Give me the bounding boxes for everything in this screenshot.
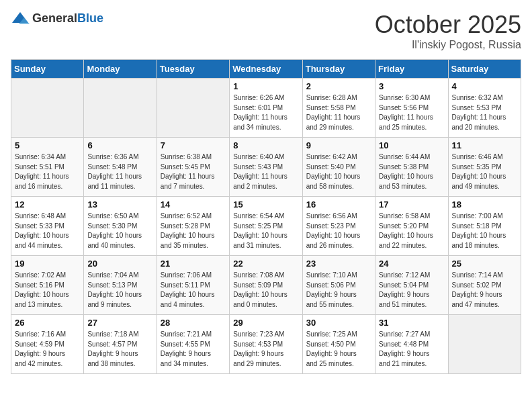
page-header: GeneralBlue October 2025 Il'inskiy Pogos… (11, 11, 521, 51)
day-info: Sunrise: 7:06 AM Sunset: 5:11 PM Dayligh… (161, 271, 226, 310)
calendar-cell: 31Sunrise: 7:27 AM Sunset: 4:48 PM Dayli… (375, 315, 448, 374)
calendar-cell: 13Sunrise: 6:50 AM Sunset: 5:30 PM Dayli… (84, 197, 157, 256)
day-number: 6 (87, 140, 152, 150)
weekday-header: Wednesday (230, 60, 302, 79)
calendar-header-row: SundayMondayTuesdayWednesdayThursdayFrid… (11, 60, 521, 79)
day-number: 11 (452, 140, 517, 150)
logo-icon (11, 11, 30, 26)
calendar-cell: 29Sunrise: 7:23 AM Sunset: 4:53 PM Dayli… (230, 315, 302, 374)
calendar-cell: 2Sunrise: 6:28 AM Sunset: 5:58 PM Daylig… (302, 79, 375, 138)
weekday-header: Tuesday (157, 60, 229, 79)
day-number: 22 (233, 259, 298, 269)
day-number: 13 (87, 199, 152, 210)
day-info: Sunrise: 6:38 AM Sunset: 5:45 PM Dayligh… (161, 152, 226, 191)
calendar-cell: 7Sunrise: 6:38 AM Sunset: 5:45 PM Daylig… (157, 138, 229, 197)
calendar-cell: 15Sunrise: 6:54 AM Sunset: 5:25 PM Dayli… (230, 197, 302, 256)
calendar-cell: 11Sunrise: 6:46 AM Sunset: 5:35 PM Dayli… (448, 138, 521, 197)
day-number: 12 (15, 199, 80, 210)
day-number: 23 (306, 259, 371, 269)
weekday-header: Saturday (448, 60, 521, 79)
day-info: Sunrise: 6:56 AM Sunset: 5:23 PM Dayligh… (306, 212, 371, 250)
day-info: Sunrise: 7:14 AM Sunset: 5:02 PM Dayligh… (452, 271, 517, 310)
day-info: Sunrise: 7:25 AM Sunset: 4:50 PM Dayligh… (306, 330, 371, 369)
day-info: Sunrise: 6:26 AM Sunset: 6:01 PM Dayligh… (233, 93, 298, 132)
calendar-cell: 28Sunrise: 7:21 AM Sunset: 4:55 PM Dayli… (157, 315, 229, 374)
day-info: Sunrise: 6:32 AM Sunset: 5:53 PM Dayligh… (452, 93, 517, 132)
day-info: Sunrise: 6:46 AM Sunset: 5:35 PM Dayligh… (452, 152, 517, 191)
calendar-cell: 12Sunrise: 6:48 AM Sunset: 5:33 PM Dayli… (11, 197, 84, 256)
day-info: Sunrise: 6:54 AM Sunset: 5:25 PM Dayligh… (233, 212, 298, 250)
day-number: 16 (306, 199, 371, 210)
calendar-cell: 22Sunrise: 7:08 AM Sunset: 5:09 PM Dayli… (230, 256, 302, 315)
day-number: 17 (379, 199, 444, 210)
calendar-table: SundayMondayTuesdayWednesdayThursdayFrid… (11, 59, 521, 374)
day-info: Sunrise: 6:52 AM Sunset: 5:28 PM Dayligh… (161, 212, 226, 250)
day-info: Sunrise: 7:02 AM Sunset: 5:16 PM Dayligh… (15, 271, 80, 310)
day-info: Sunrise: 6:40 AM Sunset: 5:43 PM Dayligh… (233, 152, 298, 191)
calendar-cell: 16Sunrise: 6:56 AM Sunset: 5:23 PM Dayli… (302, 197, 375, 256)
calendar-cell: 4Sunrise: 6:32 AM Sunset: 5:53 PM Daylig… (448, 79, 521, 138)
day-number: 20 (87, 259, 152, 269)
day-number: 21 (161, 259, 226, 269)
day-info: Sunrise: 7:21 AM Sunset: 4:55 PM Dayligh… (161, 330, 226, 369)
day-info: Sunrise: 7:10 AM Sunset: 5:06 PM Dayligh… (306, 271, 371, 310)
day-number: 28 (161, 318, 226, 328)
day-info: Sunrise: 6:58 AM Sunset: 5:20 PM Dayligh… (379, 212, 444, 250)
calendar-cell: 23Sunrise: 7:10 AM Sunset: 5:06 PM Dayli… (302, 256, 375, 315)
day-info: Sunrise: 6:50 AM Sunset: 5:30 PM Dayligh… (87, 212, 152, 250)
day-number: 14 (161, 199, 226, 210)
calendar-cell: 1Sunrise: 6:26 AM Sunset: 6:01 PM Daylig… (230, 79, 302, 138)
day-number: 15 (233, 199, 298, 210)
calendar-cell (11, 79, 84, 138)
day-number: 26 (15, 318, 80, 328)
calendar-cell (157, 79, 229, 138)
calendar-cell: 27Sunrise: 7:18 AM Sunset: 4:57 PM Dayli… (84, 315, 157, 374)
day-number: 18 (452, 199, 517, 210)
calendar-cell: 17Sunrise: 6:58 AM Sunset: 5:20 PM Dayli… (375, 197, 448, 256)
calendar-cell: 8Sunrise: 6:40 AM Sunset: 5:43 PM Daylig… (230, 138, 302, 197)
day-number: 31 (379, 318, 444, 328)
day-number: 4 (452, 81, 517, 91)
calendar-cell: 19Sunrise: 7:02 AM Sunset: 5:16 PM Dayli… (11, 256, 84, 315)
calendar-week-row: 19Sunrise: 7:02 AM Sunset: 5:16 PM Dayli… (11, 256, 521, 315)
day-info: Sunrise: 7:23 AM Sunset: 4:53 PM Dayligh… (233, 330, 298, 369)
logo: GeneralBlue (11, 11, 103, 26)
day-number: 8 (233, 140, 298, 150)
day-info: Sunrise: 7:18 AM Sunset: 4:57 PM Dayligh… (87, 330, 152, 369)
day-info: Sunrise: 6:28 AM Sunset: 5:58 PM Dayligh… (306, 93, 371, 132)
calendar-cell: 6Sunrise: 6:36 AM Sunset: 5:48 PM Daylig… (84, 138, 157, 197)
day-number: 25 (452, 259, 517, 269)
day-info: Sunrise: 7:12 AM Sunset: 5:04 PM Dayligh… (379, 271, 444, 310)
day-info: Sunrise: 6:48 AM Sunset: 5:33 PM Dayligh… (15, 212, 80, 250)
day-number: 19 (15, 259, 80, 269)
calendar-cell: 30Sunrise: 7:25 AM Sunset: 4:50 PM Dayli… (302, 315, 375, 374)
weekday-header: Thursday (302, 60, 375, 79)
day-number: 5 (15, 140, 80, 150)
calendar-cell: 10Sunrise: 6:44 AM Sunset: 5:38 PM Dayli… (375, 138, 448, 197)
day-info: Sunrise: 7:08 AM Sunset: 5:09 PM Dayligh… (233, 271, 298, 310)
calendar-cell: 3Sunrise: 6:30 AM Sunset: 5:56 PM Daylig… (375, 79, 448, 138)
day-info: Sunrise: 7:27 AM Sunset: 4:48 PM Dayligh… (379, 330, 444, 369)
title-block: October 2025 Il'inskiy Pogost, Russia (375, 11, 521, 51)
day-number: 30 (306, 318, 371, 328)
weekday-header: Monday (84, 60, 157, 79)
calendar-cell: 18Sunrise: 7:00 AM Sunset: 5:18 PM Dayli… (448, 197, 521, 256)
day-info: Sunrise: 6:44 AM Sunset: 5:38 PM Dayligh… (379, 152, 444, 191)
calendar-cell: 25Sunrise: 7:14 AM Sunset: 5:02 PM Dayli… (448, 256, 521, 315)
day-info: Sunrise: 7:04 AM Sunset: 5:13 PM Dayligh… (87, 271, 152, 310)
calendar-week-row: 5Sunrise: 6:34 AM Sunset: 5:51 PM Daylig… (11, 138, 521, 197)
day-number: 27 (87, 318, 152, 328)
day-info: Sunrise: 6:36 AM Sunset: 5:48 PM Dayligh… (87, 152, 152, 191)
logo-text-general: General (32, 11, 77, 25)
day-number: 3 (379, 81, 444, 91)
calendar-cell: 14Sunrise: 6:52 AM Sunset: 5:28 PM Dayli… (157, 197, 229, 256)
calendar-cell: 20Sunrise: 7:04 AM Sunset: 5:13 PM Dayli… (84, 256, 157, 315)
calendar-week-row: 12Sunrise: 6:48 AM Sunset: 5:33 PM Dayli… (11, 197, 521, 256)
day-info: Sunrise: 6:42 AM Sunset: 5:40 PM Dayligh… (306, 152, 371, 191)
calendar-cell: 9Sunrise: 6:42 AM Sunset: 5:40 PM Daylig… (302, 138, 375, 197)
day-info: Sunrise: 7:00 AM Sunset: 5:18 PM Dayligh… (452, 212, 517, 250)
calendar-cell: 5Sunrise: 6:34 AM Sunset: 5:51 PM Daylig… (11, 138, 84, 197)
day-number: 1 (233, 81, 298, 91)
calendar-cell (84, 79, 157, 138)
calendar-week-row: 1Sunrise: 6:26 AM Sunset: 6:01 PM Daylig… (11, 79, 521, 138)
